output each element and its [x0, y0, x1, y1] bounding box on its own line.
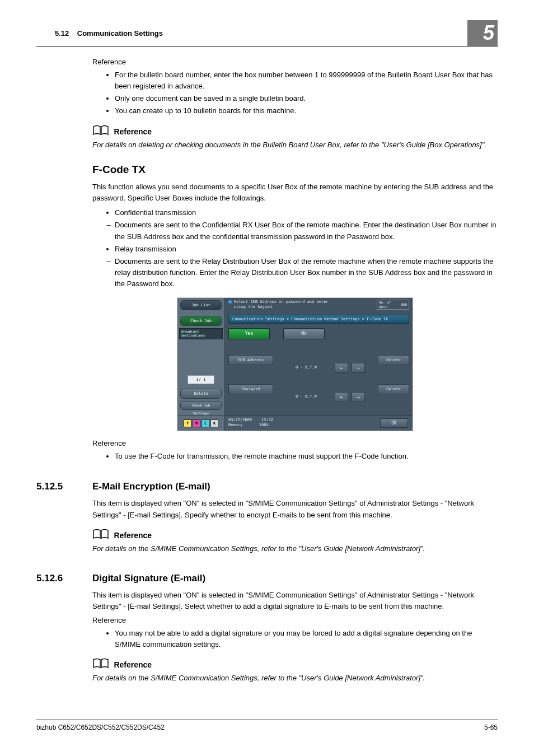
header-section-title: Communication Settings — [77, 29, 163, 38]
reference-heading: Reference — [114, 531, 152, 540]
allowed-chars: 0 - 9,*,# — [296, 365, 317, 370]
destination-count: No. ofDest. 000 — [377, 300, 409, 310]
book-icon — [92, 529, 109, 542]
reference-heading: Reference — [114, 660, 152, 669]
chapter-badge: 5 — [467, 20, 498, 46]
fcode-intro: This function allows you send documents … — [92, 181, 498, 204]
section-title: Digital Signature (E-mail) — [92, 573, 205, 584]
arrow-right-icon[interactable]: → — [352, 392, 365, 402]
broadcast-destinations-label: BroadcastDestinations — [179, 328, 223, 339]
list-item: You can create up to 10 bulletin boards … — [115, 105, 498, 116]
book-icon — [92, 658, 109, 671]
page-header: 5.12 Communication Settings 5 — [36, 22, 498, 46]
section-body: This item is displayed when "ON" is sele… — [92, 498, 498, 520]
arrow-left-icon[interactable]: ← — [335, 392, 348, 402]
reference-note: For details on deleting or checking docu… — [92, 139, 498, 151]
ok-button[interactable]: OK — [380, 418, 408, 428]
sub-address-button[interactable]: SUB Address — [228, 355, 273, 365]
toner-m-icon: M — [193, 419, 200, 427]
no-button[interactable]: No — [283, 328, 325, 339]
check-job-settings-button[interactable]: Check JobSettings — [180, 401, 222, 410]
hint-text: Select SUB Address or password and enter… — [234, 300, 329, 309]
page-footer: bizhub C652/C652DS/C552/C552DS/C452 5-65 — [36, 720, 498, 731]
reference-heading: Reference — [114, 127, 152, 136]
arrow-left-icon[interactable]: ← — [335, 363, 348, 373]
list-item: To use the F-Code for transmission, the … — [115, 451, 498, 462]
hint-indicator-icon — [228, 300, 232, 304]
list-item: Relay transmission — [115, 244, 498, 255]
reference-label: Reference — [92, 58, 498, 66]
toner-c-icon: C — [202, 419, 209, 427]
delete-button[interactable]: Delete — [180, 389, 222, 399]
check-job-button[interactable]: Check Job — [180, 316, 222, 326]
reference-label: Reference — [92, 616, 498, 624]
section-body: This item is displayed when "ON" is sele… — [92, 590, 498, 612]
reference-note: For details on the S/MIME Communication … — [92, 673, 498, 684]
breadcrumb: Communication Settings > Communication M… — [228, 315, 409, 324]
list-item: You may not be able to add a digital sig… — [115, 628, 498, 650]
footer-page: 5-65 — [484, 724, 498, 731]
allowed-chars: 0 - 9,*,# — [296, 394, 317, 399]
delete-field-button[interactable]: Delete — [378, 355, 409, 365]
list-item: For the bulletin board number, enter the… — [115, 69, 498, 92]
book-icon — [92, 125, 109, 138]
delete-field-button[interactable]: Delete — [378, 384, 409, 394]
device-screenshot: Job List Select SUB Address or password … — [177, 297, 413, 431]
reference-bullets: For the bulletin board number, enter the… — [92, 69, 498, 117]
reference-note: For details on the S/MIME Communication … — [92, 543, 498, 554]
list-item: Documents are sent to the Relay Distribu… — [115, 256, 498, 290]
reference-label: Reference — [92, 439, 498, 447]
header-section-number: 5.12 — [55, 29, 69, 38]
toner-y-icon: Y — [184, 419, 191, 427]
list-item: Documents are sent to the Confidential R… — [115, 220, 498, 242]
page-indicator: 1/ 1 — [188, 375, 214, 384]
toner-k-icon: K — [210, 419, 218, 427]
dest-label: No. ofDest. — [379, 300, 391, 309]
yes-button[interactable]: Yes — [228, 328, 270, 339]
section-number: 5.12.6 — [36, 573, 92, 584]
arrow-right-icon[interactable]: → — [352, 363, 365, 373]
password-button[interactable]: Password — [228, 384, 273, 394]
section-title: E-Mail Encryption (E-mail) — [92, 481, 210, 492]
sub-address-field: SUB Address 0 - 9,*,# ← → Delete — [228, 355, 409, 374]
list-item: Only one document can be saved in a sing… — [115, 93, 498, 104]
status-timestamp: 03/27/2009 13:52 Memory 100% — [228, 418, 273, 427]
dest-value: 000 — [401, 302, 407, 307]
job-list-button[interactable]: Job List — [180, 300, 222, 310]
section-number: 5.12.5 — [36, 481, 92, 492]
password-field: Password 0 - 9,*,# ← → Delete — [228, 384, 409, 403]
list-item: Confidential transmission — [115, 207, 498, 218]
fcode-heading: F-Code TX — [92, 164, 498, 176]
footer-model: bizhub C652/C652DS/C552/C552DS/C452 — [36, 724, 165, 731]
